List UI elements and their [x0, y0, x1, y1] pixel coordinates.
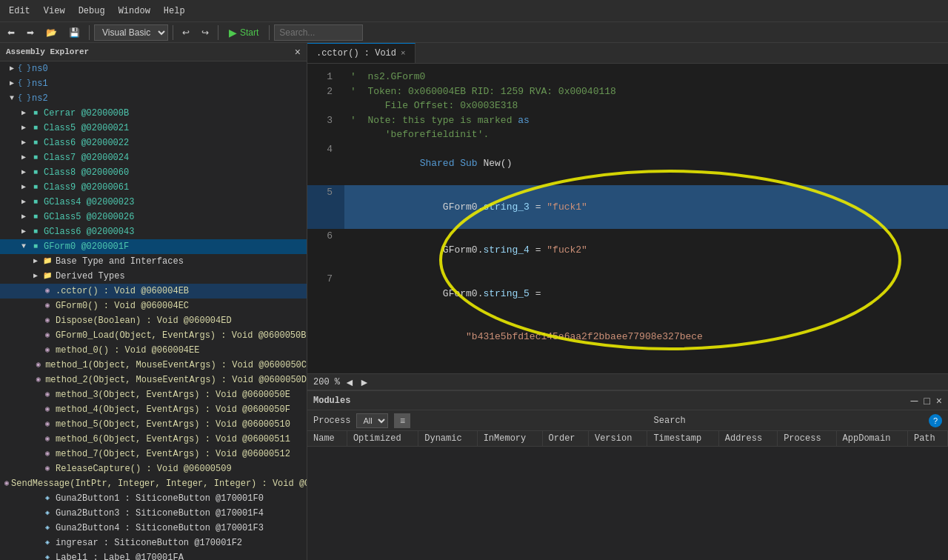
toolbar-undo[interactable]: ↩ — [178, 26, 194, 39]
toolbar-nav-back[interactable]: ⬅ — [3, 26, 19, 39]
method-icon-method0: ◉ — [41, 344, 53, 356]
toolbar-save[interactable]: 💾 — [64, 26, 84, 39]
panel-maximize-button[interactable]: □ — [924, 395, 929, 407]
sidebar-item-gclass6[interactable]: ▶ ■ GClass6 @02000043 — [0, 224, 307, 239]
menu-edit[interactable]: Edit — [3, 3, 36, 19]
sidebar-item-guna2btn4[interactable]: ◈ Guna2Button4 : SiticoneButton @170001F… — [0, 521, 307, 536]
process-select[interactable]: All — [356, 413, 388, 428]
sidebar-item-class5[interactable]: ▶ ■ Class5 @02000021 — [0, 121, 307, 136]
tab-close-button[interactable]: × — [401, 49, 406, 58]
toolbar-redo[interactable]: ↪ — [197, 26, 213, 39]
menu-window[interactable]: Window — [113, 3, 156, 19]
sidebar-item-gclass5[interactable]: ▶ ■ GClass5 @02000026 — [0, 210, 307, 224]
panel-help-button[interactable]: ? — [929, 414, 942, 427]
zoom-increase-button[interactable]: ► — [359, 376, 370, 388]
sidebar-item-method3[interactable]: ◉ method_3(Object, EventArgs) : Void @06… — [0, 387, 307, 402]
col-dynamic[interactable]: Dynamic — [418, 431, 477, 447]
code-line-5: 5 GForm0.string_3 = "fuck1" — [307, 185, 948, 229]
sidebar-item-class7[interactable]: ▶ ■ Class7 @02000024 — [0, 150, 307, 165]
sidebar-item-ingresar[interactable]: ◈ ingresar : SiticoneButton @170001F2 — [0, 536, 307, 550]
line-content-6: GForm0.string_4 = "fuck2" — [344, 229, 948, 273]
line-content-4: Shared Sub New() — [344, 142, 948, 186]
sidebar-item-dispose[interactable]: ◉ Dispose(Boolean) : Void @060004ED — [0, 313, 307, 328]
col-optimized[interactable]: Optimized — [347, 431, 418, 447]
sidebar-item-derived[interactable]: ▶ 📁 Derived Types — [0, 269, 307, 284]
expand-icon-dispose — [30, 314, 41, 327]
code-line-2b: File Offset: 0x0003E318 — [307, 99, 948, 113]
expand-icon-cctor — [30, 284, 41, 298]
sidebar-item-basetype[interactable]: ▶ 📁 Base Type and Interfaces — [0, 254, 307, 269]
start-button[interactable]: ▶ Start — [223, 25, 264, 40]
right-section: .cctor() : Void × 1 ' ns2.GForm0 2 ' Tok… — [307, 43, 948, 560]
col-version[interactable]: Version — [588, 431, 647, 447]
expand-icon-ns0: ▶ — [6, 62, 18, 76]
sidebar-item-class9[interactable]: ▶ ■ Class9 @02000061 — [0, 180, 307, 195]
col-appdomain[interactable]: AppDomain — [836, 431, 907, 447]
panel-close-button[interactable]: × — [936, 395, 942, 407]
sidebar-item-gform0load[interactable]: ◉ GForm0_Load(Object, EventArgs) : Void … — [0, 328, 307, 343]
label-class5: Class5 @02000021 — [44, 121, 129, 135]
sidebar-item-cctor[interactable]: ◉ .cctor() : Void @060004EB — [0, 284, 307, 299]
tab-cctor[interactable]: .cctor() : Void × — [307, 43, 415, 63]
sidebar-item-gform0[interactable]: ▼ ■ GForm0 @0200001F — [0, 239, 307, 254]
sidebar-item-ns2[interactable]: ▼ { } ns2 — [0, 91, 307, 106]
class-icon-class7: ■ — [30, 152, 41, 164]
expand-icon-ns2: ▼ — [6, 92, 18, 105]
sidebar-item-guna2btn1[interactable]: ◈ Guna2Button1 : SiticoneButton @170001F… — [0, 491, 307, 506]
field-icon-guna2btn1: ◈ — [41, 493, 53, 504]
col-address[interactable]: Address — [718, 431, 777, 447]
sidebar-item-gclass4[interactable]: ▶ ■ GClass4 @02000023 — [0, 195, 307, 210]
code-editor[interactable]: 1 ' ns2.GForm0 2 ' Token: 0x060004EB RID… — [307, 64, 948, 373]
process-filter-button[interactable]: ≡ — [394, 413, 410, 428]
sidebar-item-method2[interactable]: ◉ method_2(Object, MouseEventArgs) : Voi… — [0, 373, 307, 387]
language-dropdown[interactable]: Visual Basic C# IL — [94, 24, 168, 41]
sidebar-item-gform0ctor[interactable]: ◉ GForm0() : Void @060004EC — [0, 299, 307, 313]
search-label: Search — [654, 416, 686, 426]
sidebar-item-method1[interactable]: ◉ method_1(Object, MouseEventArgs) : Voi… — [0, 358, 307, 373]
panel-minimize-button[interactable]: ─ — [910, 395, 918, 407]
folder-icon-derived: 📁 — [41, 270, 53, 282]
col-order[interactable]: Order — [542, 431, 588, 447]
line-num-3: 3 — [307, 113, 344, 128]
sidebar-item-guna2btn3[interactable]: ◈ Guna2Button3 : SiticoneButton @170001F… — [0, 506, 307, 521]
sidebar-item-method5[interactable]: ◉ method_5(Object, EventArgs) : Void @06… — [0, 417, 307, 432]
menu-help[interactable]: Help — [158, 3, 191, 19]
expand-icon-gclass4: ▶ — [18, 196, 30, 209]
sidebar-item-method0[interactable]: ◉ method_0() : Void @060004EE — [0, 343, 307, 358]
col-inmemory[interactable]: InMemory — [477, 431, 542, 447]
method-icon-releasecapture: ◉ — [41, 463, 53, 475]
expand-icon-ingresar — [30, 536, 41, 550]
sidebar-item-sendmessage[interactable]: ◉ SendMessage(IntPtr, Integer, Integer, … — [0, 476, 307, 491]
label-method3: method_3(Object, EventArgs) : Void @0600… — [56, 388, 290, 401]
sidebar-item-method7[interactable]: ◉ method_7(Object, EventArgs) : Void @06… — [0, 447, 307, 461]
toolbar-search-input[interactable] — [274, 24, 363, 41]
sidebar-item-label1[interactable]: ◈ Label1 : Label @170001FA — [0, 550, 307, 560]
class-icon-gclass4: ■ — [30, 196, 41, 208]
col-process[interactable]: Process — [778, 431, 836, 447]
sidebar-item-cerrar[interactable]: ▶ ■ Cerrar @0200000B — [0, 106, 307, 121]
sidebar-item-method6[interactable]: ◉ method_6(Object, EventArgs) : Void @06… — [0, 432, 307, 447]
line-content-7b: "b431e5bfd1ec145e6aa2f2bbaee77908e327bec… — [344, 316, 948, 359]
sidebar-item-ns1[interactable]: ▶ { } ns1 — [0, 76, 307, 91]
label-gform0ctor: GForm0() : Void @060004EC — [56, 299, 189, 313]
sidebar-item-class8[interactable]: ▶ ■ Class8 @02000060 — [0, 165, 307, 180]
col-timestamp[interactable]: Timestamp — [647, 431, 718, 447]
col-path[interactable]: Path — [907, 431, 947, 447]
sidebar-close-button[interactable]: × — [295, 46, 301, 58]
toolbar-open[interactable]: 📂 — [41, 26, 61, 39]
toolbar-nav-forward[interactable]: ➡ — [22, 26, 39, 39]
sidebar-item-method4[interactable]: ◉ method_4(Object, EventArgs) : Void @06… — [0, 402, 307, 417]
zoom-decrease-button[interactable]: ◄ — [344, 376, 355, 388]
toolbar-sep3 — [218, 25, 218, 40]
sidebar-item-releasecapture[interactable]: ◉ ReleaseCapture() : Void @06000509 — [0, 461, 307, 476]
sidebar-tree-scroll[interactable]: ▶ { } ns0 ▶ { } ns1 ▼ { } ns2 ▶ ■ C — [0, 61, 307, 560]
menu-debug[interactable]: Debug — [73, 3, 111, 19]
sidebar-item-ns0[interactable]: ▶ { } ns0 — [0, 61, 307, 76]
class-icon-class8: ■ — [30, 167, 41, 179]
expand-icon-basetype: ▶ — [30, 255, 41, 268]
col-name[interactable]: Name — [307, 431, 347, 447]
line-content-7c: ec54d5c666ece49de51ae391" — [344, 359, 948, 373]
sidebar-item-class6[interactable]: ▶ ■ Class6 @02000022 — [0, 136, 307, 150]
modules-table-scroll[interactable]: Name Optimized Dynamic InMemory Order Ve… — [307, 431, 948, 560]
menu-view[interactable]: View — [38, 3, 71, 19]
